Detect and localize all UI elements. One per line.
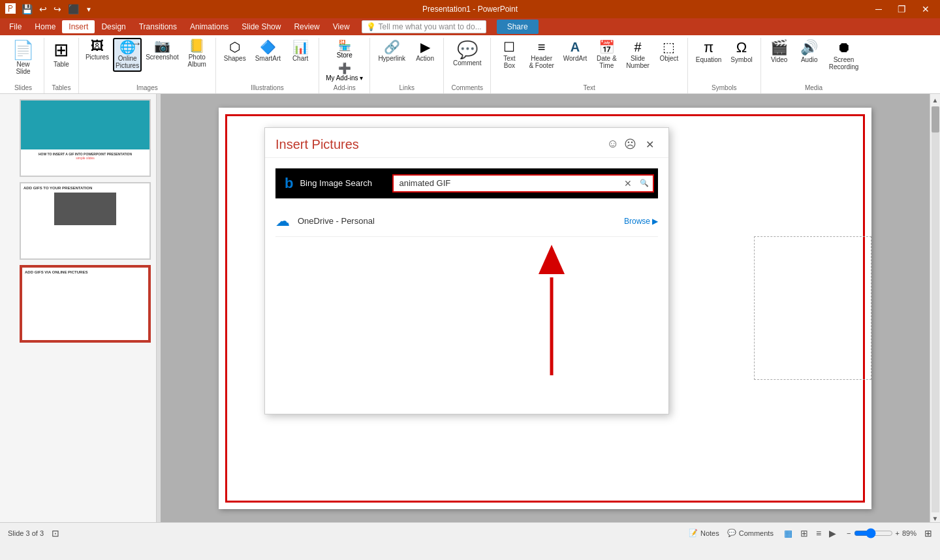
status-left: Slide 3 of 3 ⊡ (8, 528, 59, 538)
status-bar: Slide 3 of 3 ⊡ 📝 Notes 💬 Comments ▦ ⊞ ≡ … (0, 522, 940, 543)
slide-info: Slide 3 of 3 (8, 529, 44, 537)
slide-number-icon: # (634, 40, 642, 54)
dialog-close-btn[interactable]: ✕ (642, 137, 658, 152)
close-btn[interactable]: ✕ (916, 3, 935, 16)
header-footer-btn[interactable]: ≡ Header& Footer (525, 38, 557, 72)
zoom-slider[interactable] (854, 528, 893, 538)
notes-label: Notes (700, 529, 719, 537)
date-time-label: Date &Time (597, 55, 617, 69)
slide-2-thumb[interactable]: ADD GIFS TO YOUR PRESENTATION (20, 182, 151, 260)
menu-transitions[interactable]: Transitions (133, 20, 183, 33)
store-btn[interactable]: 🏪 Store (323, 38, 366, 60)
redo-qat-btn[interactable]: ↪ (52, 3, 63, 15)
menu-home[interactable]: Home (28, 20, 62, 33)
bing-logo: b (278, 171, 300, 196)
online-pictures-btn[interactable]: → 🌐 OnlinePictures (113, 38, 142, 72)
equation-btn[interactable]: π Equation (692, 38, 725, 66)
menu-insert[interactable]: Insert (62, 20, 95, 33)
comments-status-icon: 💬 (727, 529, 736, 537)
pictures-btn[interactable]: 🖼 Pictures (83, 38, 112, 62)
bing-search-input-wrap[interactable]: ✕ 🔍 (392, 174, 654, 193)
comments-status-btn[interactable]: 💬 Comments (727, 529, 774, 537)
slide-1-wrapper: 1 HOW TO INSERT A GIF INTO POWERPOINT PR… (5, 99, 151, 177)
slideshow-btn[interactable]: ▶ (826, 527, 839, 540)
action-btn[interactable]: ▶ Action (411, 38, 439, 65)
dropdown-qat-btn[interactable]: ▼ (84, 5, 94, 14)
hyperlink-icon: 🔗 (384, 40, 400, 54)
slide-3-wrapper: 3 ADD GIFS VIA ONLINE PICTURES (5, 265, 151, 343)
slide-number-btn[interactable]: # SlideNumber (622, 38, 653, 72)
search-clear-btn[interactable]: ✕ (620, 176, 636, 191)
fit-icon[interactable]: ⊡ (52, 528, 59, 538)
slide-1-subtitle: simple slides (24, 156, 147, 160)
menu-view[interactable]: View (326, 20, 356, 33)
chart-btn[interactable]: 📊 Chart (286, 38, 315, 65)
header-footer-icon: ≡ (538, 40, 546, 54)
slide-sorter-btn[interactable]: ⊞ (798, 527, 811, 540)
restore-btn[interactable]: ❐ (892, 3, 911, 16)
normal-view-btn[interactable]: ▦ (781, 527, 795, 540)
comment-btn[interactable]: 💬 Comment (448, 38, 486, 69)
date-time-btn[interactable]: 📅 Date &Time (592, 38, 621, 72)
screen-recording-btn[interactable]: ⏺ ScreenRecording (825, 38, 863, 73)
scroll-track[interactable] (932, 106, 939, 512)
bing-search-input[interactable] (394, 176, 620, 191)
menu-design[interactable]: Design (95, 20, 132, 33)
hyperlink-label: Hyperlink (378, 55, 405, 62)
slides-group-label: Slides (14, 84, 32, 93)
symbols-group-items: π Equation Ω Symbol (692, 38, 757, 84)
slide-qat-btn[interactable]: ⬛ (66, 3, 81, 15)
zoom-minus-btn[interactable]: − (847, 529, 851, 537)
ribbon: 📄 NewSlide Slides ⊞ Table Tables 🖼 Pictu… (0, 35, 940, 94)
object-btn[interactable]: ⬚ Object (655, 38, 683, 65)
video-btn[interactable]: 🎬 Video (765, 38, 794, 66)
menu-review[interactable]: Review (287, 20, 326, 33)
scroll-up-btn[interactable]: ▲ (932, 97, 939, 104)
slide-3-thumb[interactable]: ADD GIFS VIA ONLINE PICTURES (20, 265, 151, 343)
canvas-area: Insert Pictures ☺ ☹ ✕ b Bing Image Searc… (161, 94, 930, 522)
my-addins-btn[interactable]: ➕ My Add-ins ▾ (323, 61, 366, 83)
table-btn[interactable]: ⊞ Table (48, 38, 74, 70)
my-addins-label: My Add-ins ▾ (326, 74, 363, 82)
slide-number-label: SlideNumber (626, 55, 650, 69)
scroll-thumb[interactable] (932, 106, 939, 132)
smartart-btn[interactable]: 🔷 SmartArt (251, 38, 285, 65)
zoom-plus-btn[interactable]: + (896, 529, 900, 537)
notes-btn[interactable]: 📝 Notes (689, 529, 719, 537)
hyperlink-btn[interactable]: 🔗 Hyperlink (374, 38, 409, 65)
tell-me-bar[interactable]: 💡 Tell me what you want to do... (362, 20, 486, 33)
new-slide-icon: 📄 (12, 40, 35, 61)
slide-1-thumb[interactable]: HOW TO INSERT A GIF INTO POWERPOINT PRES… (20, 99, 151, 177)
menu-slideshow[interactable]: Slide Show (235, 20, 287, 33)
bing-search-row: b Bing Image Search ✕ 🔍 (275, 168, 658, 198)
sad-icon[interactable]: ☹ (624, 137, 636, 152)
minimize-btn[interactable]: ─ (870, 3, 887, 16)
smiley-icon[interactable]: ☺ (607, 137, 619, 152)
chart-label: Chart (292, 55, 308, 62)
scroll-down-btn[interactable]: ▼ (932, 515, 939, 522)
symbol-btn[interactable]: Ω Symbol (727, 38, 756, 66)
photo-album-btn[interactable]: 📒 PhotoAlbum (183, 38, 212, 69)
audio-icon: 🔊 (800, 40, 818, 55)
smartart-icon: 🔷 (260, 40, 276, 54)
browse-btn[interactable]: Browse ▶ (624, 217, 658, 226)
textbox-btn[interactable]: ☐ TextBox (495, 38, 524, 72)
wordart-btn[interactable]: A WordArt (559, 38, 591, 65)
reading-view-btn[interactable]: ≡ (813, 527, 824, 540)
undo-qat-btn[interactable]: ↩ (37, 3, 49, 15)
slide-panel: 1 HOW TO INSERT A GIF INTO POWERPOINT PR… (0, 94, 157, 522)
share-button[interactable]: Share (497, 20, 539, 34)
menu-animations[interactable]: Animations (183, 20, 235, 33)
search-go-btn[interactable]: 🔍 (636, 176, 653, 190)
comments-group-items: 💬 Comment (448, 38, 486, 84)
save-qat-btn[interactable]: 💾 (20, 3, 35, 15)
video-label: Video (771, 56, 787, 63)
audio-btn[interactable]: 🔊 Audio (795, 38, 824, 66)
status-right: 📝 Notes 💬 Comments ▦ ⊞ ≡ ▶ − + 89% ⊞ (689, 527, 932, 540)
screenshot-btn[interactable]: 📷 Screenshot (143, 38, 181, 62)
ribbon-group-slides: 📄 NewSlide Slides (3, 38, 44, 93)
menu-file[interactable]: File (3, 20, 28, 33)
shapes-btn[interactable]: ⬡ Shapes (220, 38, 250, 65)
new-slide-btn[interactable]: 📄 NewSlide (7, 38, 40, 78)
fit-to-window-btn[interactable]: ⊞ (924, 528, 932, 538)
